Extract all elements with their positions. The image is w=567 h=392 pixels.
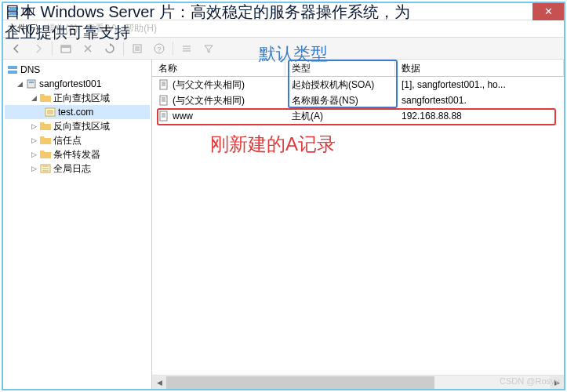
- help-icon[interactable]: ?: [151, 40, 168, 57]
- record-icon: [158, 95, 169, 106]
- menu-view[interactable]: 查看(V): [85, 22, 117, 35]
- toolbar-separator: [52, 42, 53, 56]
- menu-help[interactable]: 帮助(H): [125, 22, 157, 35]
- tree-sidebar: DNS ◢ sangfortest001 ◢ 正向查找区域 test.com ▷…: [3, 60, 152, 389]
- tree-global-log-label: 全局日志: [53, 162, 91, 176]
- forward-icon[interactable]: [30, 40, 47, 57]
- close-button[interactable]: ✕: [532, 3, 564, 20]
- col-header-type[interactable]: 类型: [285, 60, 395, 76]
- body: DNS ◢ sangfortest001 ◢ 正向查找区域 test.com ▷…: [3, 60, 564, 389]
- record-row[interactable]: (与父文件夹相同) 起始授权机构(SOA) [1], sangfortest00…: [152, 77, 564, 93]
- tree-forward-zone-label: 正向查找区域: [53, 92, 110, 105]
- toolbar-separator: [173, 42, 173, 56]
- expand-icon[interactable]: ▷: [30, 151, 38, 158]
- svg-rect-15: [8, 66, 17, 69]
- folder-icon: [39, 121, 52, 132]
- properties-icon[interactable]: [129, 40, 146, 57]
- tree-trust-points[interactable]: ▷ 信任点: [5, 133, 150, 147]
- svg-text:?: ?: [157, 45, 161, 53]
- toolbar-separator: [123, 42, 124, 56]
- new-container-icon[interactable]: [57, 40, 75, 57]
- record-name: (与父文件夹相同): [173, 94, 245, 107]
- tree-zone-testcom[interactable]: test.com: [5, 105, 150, 119]
- titlebar: DN ✕: [3, 3, 564, 20]
- svg-point-2: [8, 8, 9, 9]
- tree-cond-forwarders[interactable]: ▷ 条件转发器: [5, 147, 150, 162]
- record-type: 起始授权机构(SOA): [285, 78, 395, 92]
- tree-server[interactable]: ◢ sangfortest001: [5, 77, 150, 91]
- title-prefix: DN: [22, 7, 35, 16]
- menubar: 文件(F) 操作(A) 查看(V) 帮助(H): [3, 20, 564, 38]
- record-type: 主机(A): [285, 110, 395, 123]
- expand-icon[interactable]: ▷: [30, 165, 38, 172]
- dns-icon: [6, 64, 19, 75]
- tree-forward-zone[interactable]: ◢ 正向查找区域: [5, 91, 150, 105]
- folder-icon: [39, 149, 52, 160]
- collapse-icon[interactable]: ◢: [30, 94, 38, 102]
- delete-icon[interactable]: [79, 40, 96, 57]
- list-header: 名称 类型 数据: [152, 60, 564, 77]
- toolbar: ?: [3, 38, 564, 60]
- list-body: (与父文件夹相同) 起始授权机构(SOA) [1], sangfortest00…: [152, 77, 564, 375]
- scroll-track[interactable]: [166, 376, 550, 389]
- col-header-name[interactable]: 名称: [152, 60, 285, 76]
- collapse-icon[interactable]: ◢: [16, 80, 24, 88]
- record-row[interactable]: www 主机(A) 192.168.88.88: [152, 108, 564, 124]
- tree-cond-forwarders-label: 条件转发器: [53, 148, 100, 162]
- tree-global-log[interactable]: ▷ 全局日志: [5, 162, 150, 176]
- tree-root-label: DNS: [20, 64, 40, 75]
- folder-icon: [39, 93, 52, 103]
- menu-action[interactable]: 操作(A): [46, 22, 78, 35]
- list-icon[interactable]: [178, 40, 195, 57]
- zone-icon: [44, 107, 56, 118]
- record-data: 192.168.88.88: [395, 111, 564, 122]
- scroll-thumb[interactable]: [166, 376, 434, 389]
- server-icon: [25, 78, 38, 89]
- svg-rect-32: [160, 111, 167, 121]
- svg-rect-18: [29, 82, 34, 83]
- record-type: 名称服务器(NS): [285, 94, 395, 107]
- main-panel: 名称 类型 数据 (与父文件夹相同) 起始授权机构(SOA) [1], sang…: [152, 60, 564, 389]
- svg-rect-17: [27, 80, 35, 88]
- watermark: CSDN @Rosyy: [500, 376, 559, 386]
- refresh-icon[interactable]: [101, 40, 118, 57]
- record-icon: [158, 79, 169, 90]
- svg-point-3: [8, 13, 9, 14]
- svg-rect-28: [160, 96, 167, 105]
- menu-file[interactable]: 文件(F): [8, 22, 38, 35]
- col-header-data[interactable]: 数据: [395, 60, 564, 76]
- tree-trust-points-label: 信任点: [53, 134, 82, 147]
- expand-icon[interactable]: ▷: [30, 122, 38, 130]
- tree-reverse-zone[interactable]: ▷ 反向查找区域: [5, 119, 150, 133]
- dns-manager-window: DN ✕ 文件(F) 操作(A) 查看(V) 帮助(H) ? DNS: [2, 2, 565, 390]
- folder-icon: [39, 135, 52, 146]
- expand-icon[interactable]: ▷: [30, 136, 38, 144]
- tree-reverse-zone-label: 反向查找区域: [53, 120, 110, 133]
- record-icon: [158, 111, 169, 122]
- record-data: sangfortest001.: [395, 95, 564, 106]
- record-name: www: [173, 111, 193, 122]
- app-icon: [6, 5, 19, 18]
- tree-zone-label: test.com: [58, 107, 93, 118]
- filter-icon[interactable]: [200, 40, 217, 57]
- svg-rect-16: [8, 71, 17, 74]
- scroll-left-icon[interactable]: ◀: [152, 376, 166, 389]
- log-icon: [39, 163, 52, 174]
- record-name: (与父文件夹相同): [173, 78, 245, 92]
- svg-rect-5: [61, 45, 71, 48]
- record-row[interactable]: (与父文件夹相同) 名称服务器(NS) sangfortest001.: [152, 93, 564, 108]
- back-icon[interactable]: [8, 40, 25, 57]
- svg-rect-24: [160, 80, 167, 89]
- record-data: [1], sangfortest001., ho...: [395, 79, 564, 90]
- tree-server-label: sangfortest001: [39, 78, 101, 89]
- tree-root-dns[interactable]: DNS: [5, 63, 150, 77]
